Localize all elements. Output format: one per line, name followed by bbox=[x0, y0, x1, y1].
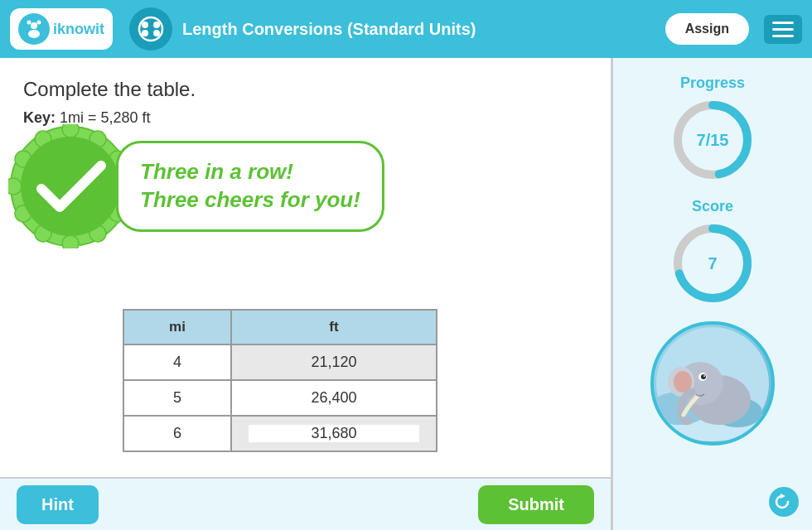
header: iknowit Length Conversions (Standard Uni… bbox=[0, 0, 812, 58]
back-icon bbox=[775, 493, 793, 511]
score-section: Score 7 bbox=[626, 198, 799, 305]
svg-point-36 bbox=[701, 374, 706, 379]
key-bold: Key: bbox=[23, 109, 56, 126]
avatar bbox=[650, 321, 775, 446]
content-area: Complete the table. Key: 1mi = 5,280 ft bbox=[0, 58, 613, 530]
cell-ft-3-input[interactable] bbox=[231, 416, 437, 451]
back-button[interactable] bbox=[769, 487, 799, 517]
score-ring: 7 bbox=[671, 222, 754, 305]
col-header-mi: mi bbox=[123, 310, 231, 344]
svg-point-0 bbox=[31, 22, 37, 29]
svg-point-19 bbox=[8, 178, 22, 195]
hamburger-button[interactable] bbox=[764, 15, 802, 44]
score-label: Score bbox=[626, 198, 799, 215]
logo-text: iknowit bbox=[53, 21, 104, 38]
main-layout: Complete the table. Key: 1mi = 5,280 ft bbox=[0, 58, 812, 530]
svg-point-3 bbox=[37, 21, 41, 25]
assign-button[interactable]: Assign bbox=[665, 13, 749, 45]
progress-section: Progress 7/15 bbox=[626, 75, 799, 181]
scallop-icon bbox=[8, 124, 133, 248]
progress-ring: 7/15 bbox=[671, 99, 754, 181]
sidebar: Progress 7/15 Score 7 bbox=[613, 58, 812, 530]
progress-label: Progress bbox=[626, 75, 799, 92]
svg-point-8 bbox=[153, 30, 160, 36]
svg-point-10 bbox=[62, 124, 79, 137]
celebration-text-box: Three in a row! Three cheers for you! bbox=[116, 141, 384, 232]
svg-point-37 bbox=[703, 375, 705, 377]
key-value: 1mi = 5,280 ft bbox=[60, 109, 151, 126]
table-row: 5 26,400 bbox=[123, 380, 437, 416]
score-value: 7 bbox=[708, 254, 717, 273]
cell-ft-1: 21,120 bbox=[231, 344, 437, 380]
cell-mi-3: 6 bbox=[123, 416, 231, 451]
table: mi ft 4 21,120 5 26,400 6 bbox=[123, 309, 437, 452]
activity-icon bbox=[129, 7, 172, 51]
conversion-table: mi ft 4 21,120 5 26,400 6 bbox=[123, 309, 587, 452]
submit-button[interactable]: Submit bbox=[478, 485, 594, 524]
svg-point-2 bbox=[27, 21, 31, 25]
col-header-ft: ft bbox=[231, 310, 437, 344]
svg-point-7 bbox=[142, 30, 148, 36]
svg-point-5 bbox=[142, 22, 148, 28]
hint-button[interactable]: Hint bbox=[17, 485, 99, 524]
cell-mi-1: 4 bbox=[123, 344, 231, 380]
svg-point-22 bbox=[21, 137, 120, 236]
progress-value: 7/15 bbox=[697, 131, 729, 150]
cell-ft-2: 26,400 bbox=[231, 380, 437, 416]
table-row: 6 bbox=[123, 416, 437, 451]
table-row: 4 21,120 bbox=[123, 344, 437, 380]
cell-mi-2: 5 bbox=[123, 380, 231, 416]
svg-point-6 bbox=[153, 22, 160, 28]
answer-input[interactable] bbox=[249, 425, 419, 442]
svg-point-16 bbox=[62, 235, 79, 248]
question-title: Complete the table. bbox=[23, 78, 587, 101]
logo-icon bbox=[18, 13, 50, 45]
celebration-line2: Three cheers for you! bbox=[140, 186, 360, 214]
svg-point-4 bbox=[139, 17, 162, 41]
header-title: Length Conversions (Standard Units) bbox=[182, 20, 655, 39]
celebration-line1: Three in a row! bbox=[140, 158, 360, 186]
svg-point-1 bbox=[28, 30, 40, 38]
celebration-overlay: Three in a row! Three cheers for you! bbox=[8, 124, 384, 248]
celebration-badge bbox=[8, 124, 133, 248]
bottom-bar: Hint Submit bbox=[0, 477, 611, 530]
elephant-icon bbox=[655, 325, 771, 441]
table-header-row: mi ft bbox=[123, 310, 437, 344]
svg-marker-38 bbox=[781, 494, 785, 499]
logo: iknowit bbox=[10, 8, 113, 50]
